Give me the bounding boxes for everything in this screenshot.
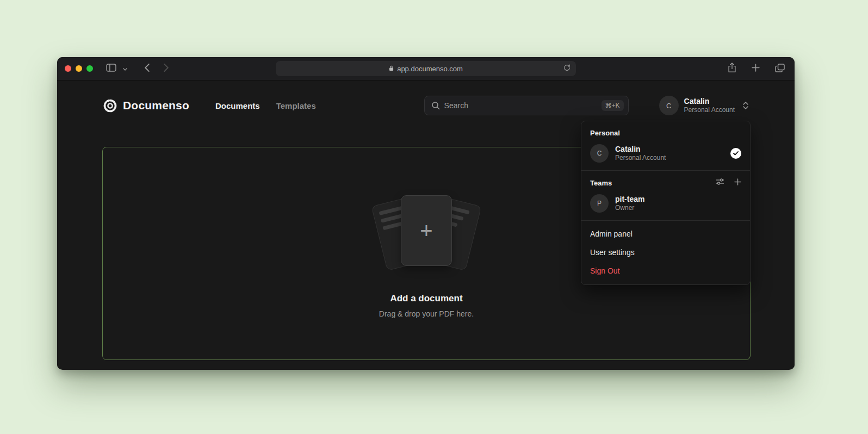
sidebar-menu-button[interactable] xyxy=(121,63,129,75)
account-name: Catalin xyxy=(684,97,735,107)
team-item-pit-team[interactable]: P pit-team Owner xyxy=(581,190,750,216)
dropzone-subtitle: Drag & drop your PDF here. xyxy=(379,309,474,318)
chevron-down-icon xyxy=(123,65,127,73)
selected-check-icon xyxy=(730,148,741,159)
search-icon xyxy=(431,101,440,110)
personal-account-name: Catalin xyxy=(615,144,724,154)
traffic-lights xyxy=(65,65,93,72)
account-menu-trigger[interactable]: C Catalin Personal Account xyxy=(659,96,749,115)
search-shortcut-badge: ⌘+K xyxy=(602,100,624,111)
browser-toolbar: app.documenso.com xyxy=(57,57,795,80)
chevron-left-icon xyxy=(145,64,150,73)
nav-templates[interactable]: Templates xyxy=(276,101,316,110)
chevrons-up-down-icon xyxy=(742,101,749,110)
menu-item-admin-panel[interactable]: Admin panel xyxy=(581,225,750,243)
search-bar[interactable]: ⌘+K xyxy=(424,96,629,115)
back-button[interactable] xyxy=(142,61,152,76)
minimize-window-button[interactable] xyxy=(76,65,82,72)
sidebar-toggle-button[interactable] xyxy=(104,61,119,76)
url-text: app.documenso.com xyxy=(397,65,463,73)
document-stack-illustration: + xyxy=(367,193,486,275)
toolbar-right-controls xyxy=(726,60,787,77)
zoom-window-button[interactable] xyxy=(86,65,93,72)
avatar: C xyxy=(659,96,679,115)
dropzone-title: Add a document xyxy=(390,293,462,304)
plus-icon xyxy=(734,178,741,187)
team-role: Owner xyxy=(615,204,741,213)
account-type: Personal Account xyxy=(684,106,735,114)
search-input[interactable] xyxy=(444,101,597,110)
avatar: C xyxy=(590,144,609,163)
tab-overview-button[interactable] xyxy=(773,61,787,76)
brand[interactable]: Documenso xyxy=(103,98,189,113)
sidebar-controls xyxy=(104,61,129,76)
personal-account-item[interactable]: C Catalin Personal Account xyxy=(581,140,750,166)
refresh-button[interactable] xyxy=(561,62,573,75)
teams-section-label: Teams xyxy=(581,175,612,190)
menu-item-sign-out[interactable]: Sign Out xyxy=(581,262,750,280)
personal-account-texts: Catalin Personal Account xyxy=(615,144,724,163)
documenso-logo-icon xyxy=(103,98,117,113)
teams-section-header: Teams xyxy=(581,175,750,190)
menu-item-user-settings[interactable]: User settings xyxy=(581,243,750,262)
history-controls xyxy=(142,61,171,76)
sidebar-icon xyxy=(106,64,116,73)
manage-teams-button[interactable] xyxy=(715,177,726,188)
tabs-icon xyxy=(775,64,785,74)
share-icon xyxy=(728,63,736,75)
sliders-icon xyxy=(716,178,724,187)
refresh-icon xyxy=(563,64,571,73)
address-bar[interactable]: app.documenso.com xyxy=(276,61,576,76)
teams-actions xyxy=(715,177,742,188)
plus-icon: + xyxy=(420,220,432,241)
account-dropdown-menu: Personal C Catalin Personal Account Team… xyxy=(581,121,751,285)
main-nav: Documents Templates xyxy=(215,101,316,110)
forward-button[interactable] xyxy=(162,61,171,76)
lock-icon xyxy=(389,65,394,73)
personal-account-type: Personal Account xyxy=(615,154,724,163)
chevron-right-icon xyxy=(164,64,169,73)
share-button[interactable] xyxy=(726,60,739,77)
illustration-card-center: + xyxy=(401,195,452,266)
personal-section-label: Personal xyxy=(581,125,750,140)
plus-icon xyxy=(752,64,760,73)
account-texts: Catalin Personal Account xyxy=(684,97,735,115)
team-texts: pit-team Owner xyxy=(615,194,741,213)
desktop: app.documenso.com xyxy=(0,0,868,434)
browser-window: app.documenso.com xyxy=(57,57,795,370)
new-tab-button[interactable] xyxy=(749,61,762,76)
documenso-app: Documenso Documents Templates ⌘+K C xyxy=(57,80,795,369)
avatar: P xyxy=(590,194,609,213)
create-team-button[interactable] xyxy=(733,177,742,188)
close-window-button[interactable] xyxy=(65,65,71,72)
brand-name: Documenso xyxy=(123,99,189,112)
menu-divider xyxy=(581,170,750,171)
team-name: pit-team xyxy=(615,194,741,204)
nav-documents[interactable]: Documents xyxy=(215,101,260,110)
menu-divider xyxy=(581,220,750,221)
